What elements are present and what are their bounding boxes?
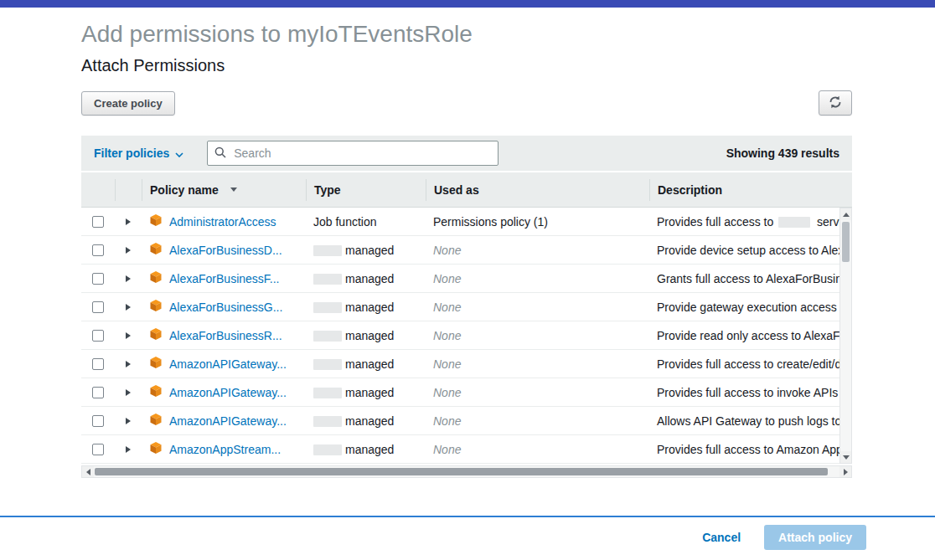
row-checkbox[interactable] xyxy=(92,387,104,398)
policy-name-link[interactable]: AdministratorAccess xyxy=(169,215,276,229)
policy-cube-icon xyxy=(149,413,163,429)
row-expander[interactable] xyxy=(115,389,142,396)
row-checkbox-cell xyxy=(81,387,115,398)
policy-used-as: None xyxy=(426,244,649,257)
redacted-text xyxy=(313,331,342,342)
chevron-right-icon xyxy=(126,332,131,339)
table-row: AmazonAppStream... managed None Provides… xyxy=(81,435,839,464)
chevron-down-icon xyxy=(175,146,183,160)
redacted-text xyxy=(778,217,810,228)
policy-type: managed xyxy=(306,329,426,342)
filter-bar: Filter policies Showing 439 results xyxy=(81,136,852,171)
policy-used-as: None xyxy=(426,329,649,342)
redacted-text xyxy=(313,245,342,256)
policy-cube-icon xyxy=(149,384,163,400)
scroll-up-arrow[interactable] xyxy=(840,208,851,220)
policy-description: Provide read only access to AlexaFor... xyxy=(649,329,839,342)
header-type: Type xyxy=(306,179,426,201)
row-checkbox[interactable] xyxy=(92,273,104,285)
cancel-button[interactable]: Cancel xyxy=(702,531,741,544)
policy-name-link[interactable]: AlexaForBusinessD... xyxy=(169,244,282,257)
redacted-text xyxy=(313,274,342,285)
refresh-button[interactable] xyxy=(819,90,852,116)
filter-policies-label: Filter policies xyxy=(94,146,169,160)
row-checkbox[interactable] xyxy=(92,444,104,455)
policy-name-link[interactable]: AmazonAPIGateway... xyxy=(169,386,287,399)
row-expander[interactable] xyxy=(115,418,142,424)
horizontal-scroll-thumb[interactable] xyxy=(95,468,828,475)
scroll-left-arrow[interactable] xyxy=(82,466,94,477)
table-row: AlexaForBusinessF... managed None Grants… xyxy=(81,265,839,293)
row-checkbox[interactable] xyxy=(92,301,104,313)
redacted-text xyxy=(313,302,342,313)
policy-cube-icon xyxy=(149,327,163,343)
policy-name-cell: AlexaForBusinessR... xyxy=(142,327,306,343)
triangle-right-icon xyxy=(844,469,848,475)
table-body-wrapper: AdministratorAccess Job function Permiss… xyxy=(81,208,852,464)
policy-type: managed xyxy=(306,357,426,371)
row-checkbox-cell xyxy=(81,273,115,285)
row-checkbox[interactable] xyxy=(92,244,104,256)
triangle-up-icon xyxy=(843,213,850,217)
chevron-right-icon xyxy=(126,247,131,254)
header-used-as: Used as xyxy=(426,179,649,201)
header-policy-name-label: Policy name xyxy=(150,183,219,197)
policy-description: Allows API Gateway to push logs to us... xyxy=(649,414,839,428)
policy-used-as: Permissions policy (1) xyxy=(426,215,649,229)
footer-actions: Cancel Attach policy xyxy=(0,517,935,560)
triangle-left-icon xyxy=(86,469,90,475)
policy-name-link[interactable]: AlexaForBusinessR... xyxy=(169,329,282,342)
section-title: Attach Permissions xyxy=(81,56,852,75)
attach-policy-button[interactable]: Attach policy xyxy=(764,525,866,550)
results-count: Showing 439 results xyxy=(726,146,839,160)
table-row: AlexaForBusinessR... managed None Provid… xyxy=(81,321,839,350)
row-checkbox[interactable] xyxy=(92,358,104,370)
filter-policies-dropdown[interactable]: Filter policies xyxy=(94,146,183,160)
chevron-right-icon xyxy=(126,446,131,453)
policy-name-cell: AlexaForBusinessF... xyxy=(142,270,306,286)
row-expander[interactable] xyxy=(115,361,142,367)
row-checkbox-cell xyxy=(81,415,115,427)
policy-cube-icon xyxy=(149,356,163,372)
create-policy-button[interactable]: Create policy xyxy=(81,91,175,116)
policy-cube-icon xyxy=(149,270,163,286)
row-checkbox-cell xyxy=(81,216,115,228)
table-row: AlexaForBusinessG... managed None Provid… xyxy=(81,293,839,321)
page-title: Add permissions to myIoTEventsRole xyxy=(81,21,852,48)
row-expander[interactable] xyxy=(115,332,142,339)
policy-cube-icon xyxy=(149,441,163,457)
table-row: AlexaForBusinessD... managed None Provid… xyxy=(81,236,839,265)
policy-name-link[interactable]: AmazonAPIGateway... xyxy=(169,414,287,428)
row-expander[interactable] xyxy=(115,218,142,225)
row-checkbox[interactable] xyxy=(92,216,104,228)
row-checkbox[interactable] xyxy=(92,415,104,427)
horizontal-scrollbar[interactable] xyxy=(81,465,852,478)
chevron-right-icon xyxy=(126,389,131,396)
table-row: AmazonAPIGateway... managed None Provide… xyxy=(81,350,839,378)
policy-description: Provides full access to create/edit/del.… xyxy=(649,357,839,371)
policy-name-link[interactable]: AmazonAppStream... xyxy=(169,443,281,456)
row-expander[interactable] xyxy=(115,247,142,254)
row-checkbox-cell xyxy=(81,301,115,313)
chevron-right-icon xyxy=(126,418,131,424)
policy-name-cell: AmazonAPIGateway... xyxy=(142,384,306,400)
policy-description: Grants full access to AlexaForBusines... xyxy=(649,272,839,285)
policy-type: managed xyxy=(306,443,426,456)
vertical-scrollbar[interactable] xyxy=(839,208,852,464)
policy-cube-icon xyxy=(149,299,163,315)
scroll-right-arrow[interactable] xyxy=(839,466,851,477)
vertical-scroll-thumb[interactable] xyxy=(842,222,850,262)
row-checkbox[interactable] xyxy=(92,330,104,342)
policy-name-link[interactable]: AlexaForBusinessG... xyxy=(169,301,282,314)
table-body: AdministratorAccess Job function Permiss… xyxy=(81,208,839,464)
scroll-down-arrow[interactable] xyxy=(840,451,851,463)
search-input[interactable] xyxy=(232,146,491,161)
row-expander[interactable] xyxy=(115,446,142,453)
row-expander[interactable] xyxy=(115,275,142,282)
row-checkbox-cell xyxy=(81,330,115,342)
row-expander[interactable] xyxy=(115,304,142,311)
header-policy-name[interactable]: Policy name xyxy=(142,179,306,201)
console-top-bar xyxy=(0,0,935,8)
policy-name-link[interactable]: AlexaForBusinessF... xyxy=(169,272,280,285)
policy-name-link[interactable]: AmazonAPIGateway... xyxy=(169,357,287,371)
